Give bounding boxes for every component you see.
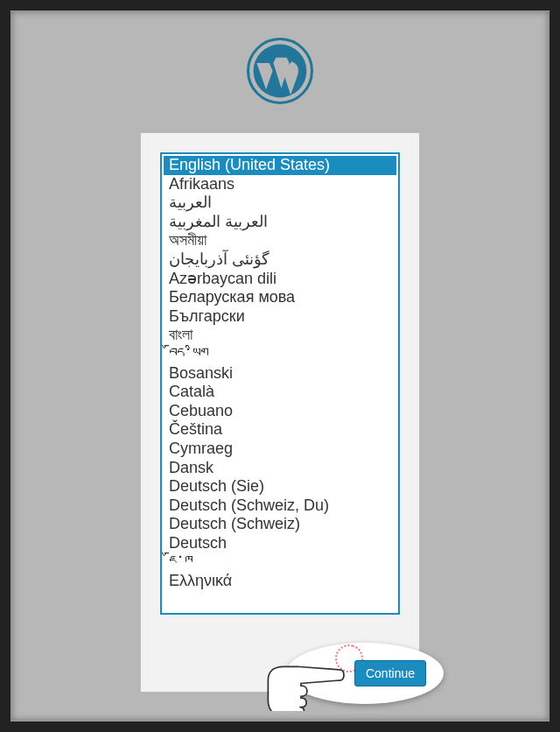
viewport: English (United States)Afrikaansالعربيةا… (10, 11, 550, 721)
language-option[interactable]: ཇོ་ཁ (164, 553, 396, 572)
language-option[interactable]: العربية (164, 194, 396, 213)
language-option[interactable]: Deutsch (Sie) (164, 477, 396, 496)
language-option[interactable]: Deutsch (164, 534, 396, 553)
language-option[interactable]: Afrikaans (164, 175, 396, 194)
language-option[interactable]: বাংলা (164, 326, 396, 345)
language-option[interactable]: Català (164, 383, 396, 402)
language-panel: English (United States)Afrikaansالعربيةا… (140, 132, 420, 693)
language-option[interactable]: Ελληνικά (164, 572, 396, 591)
language-option[interactable]: Беларуская мова (164, 288, 396, 307)
language-option[interactable]: Bosanski (164, 364, 396, 384)
language-option[interactable]: Български (164, 307, 396, 327)
wordpress-logo-icon (247, 38, 313, 104)
language-option[interactable]: English (United States) (164, 156, 396, 175)
window-frame: English (United States)Afrikaansالعربيةا… (0, 0, 560, 732)
language-option[interactable]: Čeština (164, 420, 396, 440)
continue-button[interactable]: Continue (354, 660, 426, 686)
logo-container (11, 38, 549, 108)
language-option[interactable]: Cymraeg (164, 440, 396, 459)
language-option[interactable]: Deutsch (Schweiz) (164, 515, 396, 534)
language-select[interactable]: English (United States)Afrikaansالعربيةا… (160, 152, 400, 615)
language-option[interactable]: گؤنئی آذربایجان (164, 250, 396, 270)
pointing-hand-icon (260, 650, 360, 711)
language-option[interactable]: Dansk (164, 459, 396, 478)
continue-highlight: Continue (269, 632, 444, 711)
language-option[interactable]: العربية المغربية (164, 213, 396, 232)
language-option[interactable]: Deutsch (Schweiz, Du) (164, 496, 396, 516)
language-option[interactable]: Cebuano (164, 402, 396, 421)
language-option[interactable]: Azərbaycan dili (164, 270, 396, 289)
language-option[interactable]: བོད་ཡིག (164, 345, 396, 364)
language-option[interactable]: অসমীয়া (164, 231, 396, 250)
